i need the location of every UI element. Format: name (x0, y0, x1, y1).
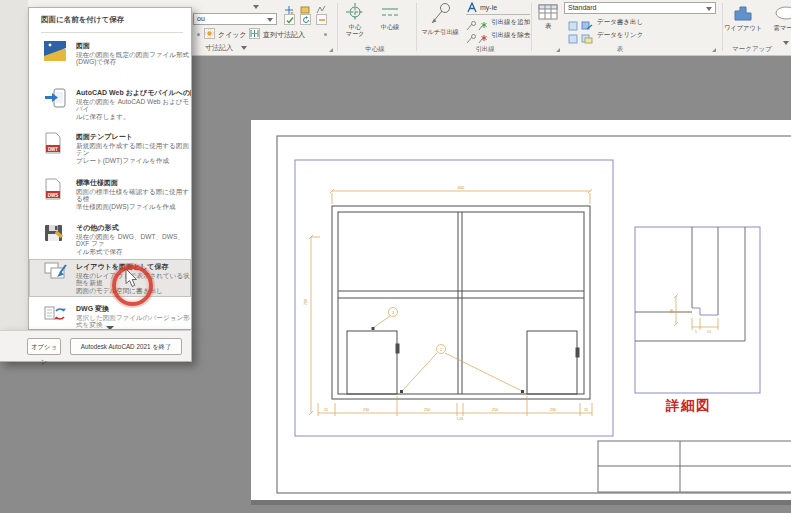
dimension-panel-label[interactable]: 寸法記入 (205, 43, 233, 53)
door-handle (576, 348, 579, 357)
leader-dot (521, 390, 524, 393)
menu-item-title: 標準仕様図面 (76, 178, 118, 188)
svg-text:230: 230 (363, 408, 369, 412)
revision-cloud-icon (774, 3, 791, 23)
menu-item-title: 図面 (76, 41, 90, 51)
multileader-label: マルチ引出線 (416, 28, 464, 35)
svg-text:50: 50 (670, 309, 674, 313)
centerline-icon (380, 2, 400, 22)
multileader-button[interactable]: マルチ引出線 (416, 1, 464, 35)
continue-dimension-button[interactable]: 直列寸法記入 (263, 30, 305, 40)
revision-cloud-button[interactable]: 雲マーク (764, 3, 791, 49)
leader-dot (400, 390, 403, 393)
web-mobile-icon (44, 88, 68, 110)
menu-item-drawing-save[interactable]: 図面 現在の図面を既定の図面ファイル形式 (DWG)で保存 (29, 38, 191, 85)
app-menu-bottom-bar: オプション Autodesk AutoCAD 2021 を終了 (0, 330, 192, 362)
detail-view-label: 詳細図 (665, 398, 711, 413)
leader-panel-label[interactable]: 引出線 (455, 45, 515, 54)
menu-item-desc: 新規図面を作成する際に使用する図面テン プレート(DWT)ファイルを作成 (76, 142, 191, 164)
mouse-cursor (125, 269, 139, 288)
dwg-convert-icon (44, 304, 68, 326)
menu-item-title: AutoCAD Web およびモバイルへの図面 (76, 88, 192, 98)
menu-item-dwg-convert[interactable]: DWG 変換 選択した図面ファイルのバージョン形式を変換 (29, 301, 191, 325)
revision-cloud-label: 雲マーク (764, 24, 791, 31)
add-leader-button[interactable]: 引出線を追加 (491, 18, 530, 27)
menu-item-title: DWG 変換 (76, 304, 109, 314)
submenu-header: 図面に名前を付けて保存 (41, 15, 124, 25)
wipeout-icon (732, 3, 754, 23)
continue-dimension-icon[interactable] (249, 28, 260, 39)
quick-dimension-icon[interactable] (204, 28, 215, 39)
remove-leader-button[interactable]: 引出線を除去 (491, 31, 530, 40)
door-handle (396, 344, 399, 353)
centerline-label: 中心線 (372, 23, 408, 30)
annotation-refresh-icon[interactable] (300, 14, 311, 25)
quick-dimension-button[interactable]: クイック (218, 30, 247, 40)
layout-paper-sheet: 600 700 15 230 250 250 230 15 1,05 1 2 5… (251, 120, 791, 513)
svg-text:250: 250 (424, 408, 430, 412)
dim-left-text: 700 (303, 298, 308, 305)
multileader-style-combo[interactable]: my-le (466, 1, 530, 15)
menu-item-drawing-template[interactable]: DWT 図面テンプレート 新規図面を作成する際に使用する図面テン プレート(DW… (29, 129, 191, 175)
centerline-panel-label[interactable]: 中心線 (340, 45, 410, 54)
menu-item-desc: 選択した図面ファイルのバージョン形式を変換 (76, 314, 191, 329)
svg-text:5: 5 (695, 330, 697, 334)
panel-separator (531, 3, 532, 51)
table-style-combo[interactable]: Standard (564, 2, 716, 14)
centermark-icon (345, 2, 365, 22)
leader-dot (372, 327, 375, 330)
multileader-icon (428, 1, 452, 27)
dws-file-icon: DWS (44, 178, 68, 200)
data-link-button[interactable]: データをリンク (597, 31, 643, 40)
annotation-monitor-icon[interactable] (284, 14, 295, 25)
table-style-value: Standard (568, 4, 596, 11)
centermark-label: 中心 マーク (340, 23, 370, 37)
chevron-down-icon[interactable] (253, 5, 259, 9)
markup-panel-label[interactable]: マークアップ (726, 45, 778, 54)
chevron-down-icon (706, 7, 712, 11)
bullet-icon (197, 33, 200, 36)
centermark-button[interactable]: 中心 マーク (340, 2, 370, 37)
dim-top-text: 600 (458, 185, 465, 190)
exit-autocad-button[interactable]: Autodesk AutoCAD 2021 を終了 (70, 338, 182, 355)
table-panel-label[interactable]: 表 (600, 45, 640, 54)
menu-item-title: その他の形式 (76, 223, 119, 233)
dim-style-value: ou (197, 15, 205, 22)
data-link-icon (581, 30, 593, 48)
bullet-icon (324, 33, 327, 36)
divider (41, 32, 183, 33)
table-label: 表 (535, 22, 561, 29)
svg-text:10: 10 (707, 330, 711, 334)
chevron-down-icon (267, 18, 273, 22)
menu-item-save-layout-as-drawing[interactable]: レイアウトを図面として保存 現在のレイアウトで表示されている状態を新規 図面のモ… (29, 259, 191, 297)
multileader-style-value: my-le (480, 4, 497, 11)
table-icon (538, 3, 558, 21)
data-link-icon (568, 30, 578, 48)
table-button[interactable]: 表 (535, 3, 561, 29)
layout-save-icon (44, 262, 68, 284)
menu-item-web-mobile-save[interactable]: AutoCAD Web およびモバイルへの図面 現在の図面を AutoCAD W… (29, 85, 191, 129)
dwt-file-icon: DWT (44, 132, 68, 154)
annotation-off-icon[interactable] (316, 14, 327, 25)
panel-launcher-icon[interactable] (556, 48, 560, 52)
dim-style-combo[interactable]: ou (193, 13, 277, 25)
centerline-button[interactable]: 中心線 (372, 2, 408, 30)
options-button[interactable]: オプション (27, 338, 61, 355)
wipeout-button[interactable]: ワイプアウト (722, 3, 764, 31)
panel-separator (337, 3, 338, 51)
dim-bottom-center-text: 1,05 (457, 417, 464, 421)
svg-text:15: 15 (584, 408, 588, 412)
save-as-submenu: 図面に名前を付けて保存 図面 現在の図面を既定の図面ファイル形式 (DWG)で保… (28, 7, 192, 330)
chevron-down-icon (783, 41, 789, 45)
paper-shadow (251, 500, 791, 505)
svg-text:DWS: DWS (48, 193, 59, 198)
menu-item-desc: 図面の標準仕様を確認する際に使用する標 準仕様図面(DWS)ファイルを作成 (76, 188, 191, 210)
menu-item-other-formats[interactable]: その他の形式 現在の図面を DWG、DWT、DWS、DXF ファ イル形式で保存 (29, 220, 191, 259)
menu-item-standards-drawing[interactable]: DWS 標準仕様図面 図面の標準仕様を確認する際に使用する標 準仕様図面(DWS… (29, 175, 191, 220)
data-extract-button[interactable]: データ書き出し (597, 18, 643, 27)
panel-launcher-icon[interactable] (712, 48, 716, 52)
svg-text:250: 250 (492, 408, 498, 412)
menu-item-title: 図面テンプレート (76, 132, 133, 142)
chevron-down-icon (241, 46, 247, 50)
panel-launcher-icon[interactable] (329, 48, 333, 52)
